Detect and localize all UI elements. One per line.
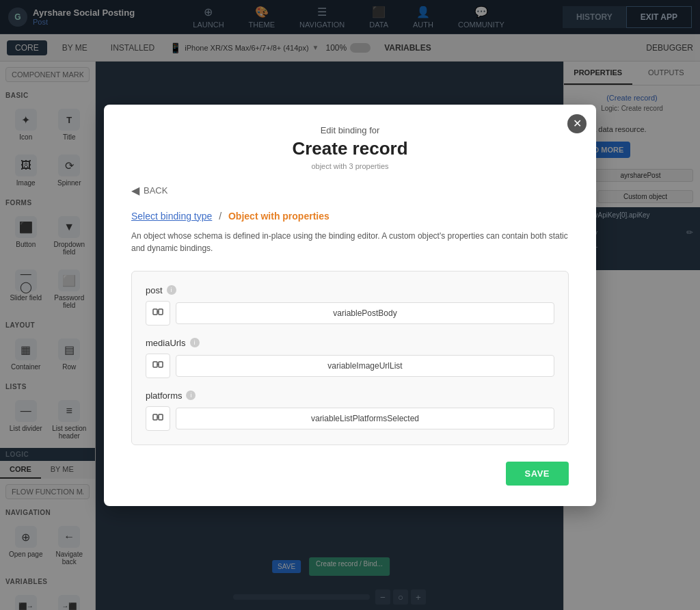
back-arrow-icon: ◀	[131, 184, 139, 197]
binding-icon-2	[152, 358, 164, 373]
binding-field-platforms: platforms i	[146, 390, 554, 431]
field-mediaUrls-binding-button[interactable]	[146, 354, 170, 378]
modal-footer: SAVE	[131, 462, 569, 486]
breadcrumb-separator: /	[219, 211, 224, 222]
field-post-label: post i	[146, 285, 554, 295]
field-mediaUrls-input-row	[146, 354, 554, 378]
edit-binding-modal: ✕ Edit binding for Create record object …	[104, 105, 596, 506]
breadcrumb-current: Object with properties	[228, 211, 329, 222]
modal-back-button[interactable]: ◀ BACK	[131, 184, 569, 197]
back-label: BACK	[144, 185, 167, 196]
modal-record-title: Create record	[131, 138, 569, 159]
binding-field-post: post i	[146, 285, 554, 326]
modal-overlay: ✕ Edit binding for Create record object …	[0, 0, 700, 610]
binding-icon-3	[152, 411, 164, 425]
field-platforms-binding-button[interactable]	[146, 406, 170, 431]
field-post-name: post	[146, 285, 163, 295]
field-platforms-info-icon[interactable]: i	[186, 390, 196, 400]
binding-fields-box: post i	[131, 271, 569, 445]
breadcrumb-link[interactable]: Select binding type	[131, 211, 212, 222]
modal-edit-binding-label: Edit binding for	[131, 125, 569, 135]
binding-field-mediaUrls: mediaUrls i	[146, 338, 554, 378]
field-platforms-label: platforms i	[146, 390, 554, 401]
field-post-binding-button[interactable]	[146, 301, 170, 326]
svg-rect-3	[153, 362, 157, 367]
field-mediaUrls-label: mediaUrls i	[146, 338, 554, 348]
svg-rect-4	[159, 362, 163, 367]
field-platforms-name: platforms	[146, 390, 182, 401]
field-post-info-icon[interactable]: i	[167, 285, 176, 295]
modal-description: An object whose schema is defined in-pla…	[131, 230, 569, 254]
modal-record-subtitle: object with 3 properties	[131, 162, 569, 170]
svg-rect-1	[159, 309, 163, 315]
modal-close-button[interactable]: ✕	[567, 114, 587, 133]
field-post-input[interactable]	[176, 302, 554, 324]
field-mediaUrls-name: mediaUrls	[146, 338, 186, 348]
field-platforms-input-row	[146, 406, 554, 431]
svg-rect-6	[153, 414, 157, 420]
field-mediaUrls-info-icon[interactable]: i	[190, 338, 200, 347]
save-button[interactable]: SAVE	[506, 462, 569, 486]
binding-icon	[152, 306, 164, 320]
field-post-input-row	[146, 301, 554, 326]
svg-rect-7	[159, 414, 163, 420]
field-mediaUrls-input[interactable]	[176, 355, 554, 377]
field-platforms-input[interactable]	[176, 408, 554, 429]
svg-rect-0	[153, 309, 157, 315]
modal-breadcrumb: Select binding type / Object with proper…	[131, 211, 569, 222]
